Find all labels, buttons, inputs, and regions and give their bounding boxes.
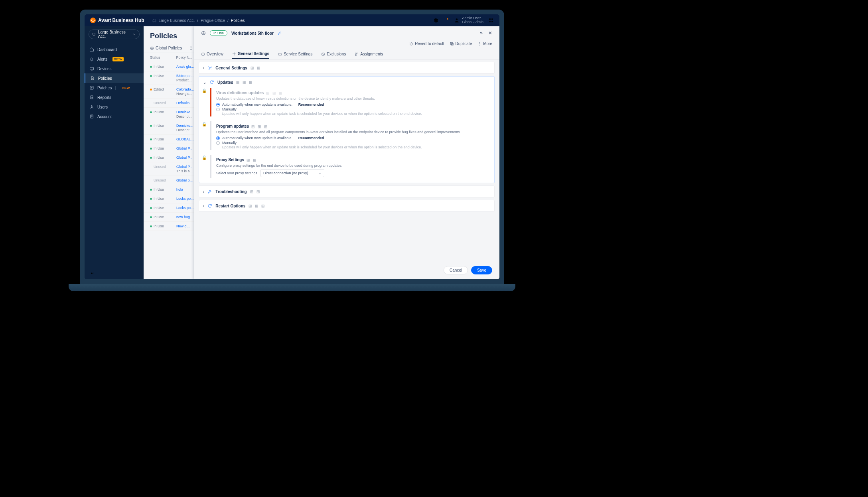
sub-desc: Updates the database of known virus defi… — [216, 97, 488, 101]
sidebar-item-devices[interactable]: Devices — [85, 64, 144, 73]
lock-icon[interactable]: 🔒 — [202, 89, 207, 93]
globe-icon — [150, 46, 154, 50]
drawer-tab-assignments[interactable]: Assignments — [355, 49, 383, 59]
duplicate-action[interactable]: Duplicate — [450, 41, 472, 46]
policy-link[interactable]: Global P... — [176, 165, 193, 169]
nav-icon — [89, 47, 94, 52]
crumb-0[interactable]: Large Business Acc. — [159, 18, 195, 23]
svg-rect-13 — [190, 47, 192, 50]
policy-link[interactable]: Global P... — [176, 156, 193, 160]
svg-point-19 — [479, 45, 480, 45]
policy-link[interactable]: Colorado... — [176, 87, 194, 91]
policy-link[interactable]: Demicko... — [176, 110, 193, 114]
policy-link[interactable]: hola — [176, 187, 183, 191]
home-icon — [152, 18, 156, 22]
svg-rect-4 — [489, 18, 491, 20]
status-dot — [150, 138, 152, 140]
sidebar-item-patches[interactable]: Patches| NEW — [85, 83, 144, 93]
sub-title: Virus definitions updates — [216, 91, 264, 95]
tab-label: Global Policies — [156, 46, 182, 50]
account-label: Large Business Acc. — [98, 30, 130, 39]
policy-link[interactable]: Global p... — [176, 178, 193, 182]
section-restart[interactable]: › Restart Options ⊞⊞⊞ — [199, 200, 494, 211]
policy-link[interactable]: Ana's glo... — [176, 65, 194, 69]
cancel-button[interactable]: Cancel — [444, 266, 468, 274]
col-name: Policy N... — [176, 55, 193, 59]
help-icon[interactable] — [444, 18, 449, 23]
expand-drawer-icon[interactable]: » — [480, 30, 483, 36]
apps-icon[interactable] — [488, 18, 494, 23]
lock-icon[interactable]: 🔓 — [202, 156, 207, 160]
status-text: In Use — [154, 146, 164, 150]
nav-icon — [89, 85, 94, 90]
status-text: Unused — [154, 165, 166, 169]
sidebar-item-account[interactable]: Account — [85, 112, 144, 121]
sidebar-item-reports[interactable]: Reports — [85, 93, 144, 102]
manual-hint: Updates will only happen when an update … — [222, 112, 488, 116]
chevron-down-icon: ⌄ — [318, 171, 322, 175]
topbar: Avast Business Hub Large Business Acc. /… — [85, 14, 499, 26]
proxy-value: Direct connection (no proxy) — [263, 171, 308, 175]
policy-link[interactable]: Locks po... — [176, 197, 194, 201]
crumb-2: Policies — [231, 18, 245, 23]
user-role: Global Admin — [462, 20, 483, 24]
sidebar-item-users[interactable]: Users — [85, 102, 144, 112]
save-button[interactable]: Save — [471, 266, 492, 274]
account-switcher[interactable]: Large Business Acc. — [89, 30, 140, 39]
radio-manual[interactable]: Manually — [216, 140, 488, 145]
nav-icon — [89, 105, 94, 109]
restart-icon — [207, 203, 212, 208]
radio-auto[interactable]: Automatically when new update is availab… — [216, 136, 488, 140]
tab-global-policies[interactable]: Global Policies — [150, 43, 182, 53]
gear-icon[interactable] — [433, 18, 439, 23]
close-drawer-icon[interactable]: ✕ — [488, 30, 492, 36]
tab-icon — [278, 52, 282, 56]
more-action[interactable]: More — [477, 41, 492, 46]
section-title: Updates — [217, 80, 233, 85]
policy-link[interactable]: Global P... — [176, 146, 193, 150]
status-text: Unused — [154, 101, 166, 105]
nav-label: Dashboard — [97, 47, 117, 52]
more-icon — [477, 42, 481, 46]
status-pill: In Use — [210, 30, 227, 36]
drawer-tab-overview[interactable]: Overview — [201, 49, 223, 59]
proxy-select[interactable]: Direct connection (no proxy) ⌄ — [260, 169, 324, 177]
block-program-updates: 🔓 Program updates ⊞⊞⊞ Updates the user i… — [210, 121, 494, 150]
lock-icon[interactable]: 🔓 — [202, 122, 207, 126]
drawer-tab-general-settings[interactable]: General Settings — [232, 49, 269, 59]
policy-link[interactable]: Bistro po... — [176, 74, 193, 78]
section-updates[interactable]: ⌄ Updates ⊞⊞⊞ — [199, 77, 494, 88]
status-text: In Use — [154, 74, 164, 78]
policy-link[interactable]: Demicko... — [176, 124, 193, 128]
crumb-1[interactable]: Prague Office — [201, 18, 225, 23]
section-general-settings[interactable]: › General Settings ⊞⊞ — [199, 62, 494, 73]
policy-link[interactable]: New gl... — [176, 224, 190, 228]
sidebar-item-alerts[interactable]: AlertsBETA — [85, 54, 144, 64]
svg-rect-5 — [491, 18, 493, 20]
chevron-right-icon: › — [203, 66, 204, 70]
policy-link[interactable]: Defaults... — [176, 101, 193, 105]
drawer-tab-service-settings[interactable]: Service Settings — [278, 49, 312, 59]
svg-rect-8 — [90, 67, 94, 70]
block-proxy: 🔓 Proxy Settings ⊞⊞ Configure proxy sett… — [210, 155, 494, 178]
tab-icon — [232, 52, 236, 56]
edit-icon[interactable] — [278, 31, 282, 35]
revert-action[interactable]: Revert to default — [409, 41, 444, 46]
collapse-sidebar-icon[interactable] — [89, 271, 95, 275]
policy-link[interactable]: GLOBAL... — [176, 137, 194, 141]
drawer-tab-exclusions[interactable]: Exclusions — [321, 49, 346, 59]
revert-icon — [409, 42, 413, 46]
status-dot — [150, 207, 152, 209]
nav-label: Patches — [97, 86, 112, 90]
user-menu[interactable]: Admin User Global Admin — [454, 16, 483, 24]
nav-label: Alerts — [97, 57, 108, 61]
policy-link[interactable]: new bug... — [176, 215, 193, 219]
tab-other[interactable] — [189, 43, 193, 53]
policy-drawer: In Use Workstations 5th floor » ✕ Revert… — [194, 26, 499, 279]
section-troubleshooting[interactable]: › Troubleshooting ⊞⊞ — [199, 186, 494, 197]
duplicate-icon — [450, 42, 454, 46]
policy-link[interactable]: Locks po... — [176, 206, 194, 210]
svg-point-17 — [479, 42, 480, 43]
sidebar-item-dashboard[interactable]: Dashboard — [85, 45, 144, 54]
sidebar-item-policies[interactable]: Policies — [85, 73, 144, 83]
